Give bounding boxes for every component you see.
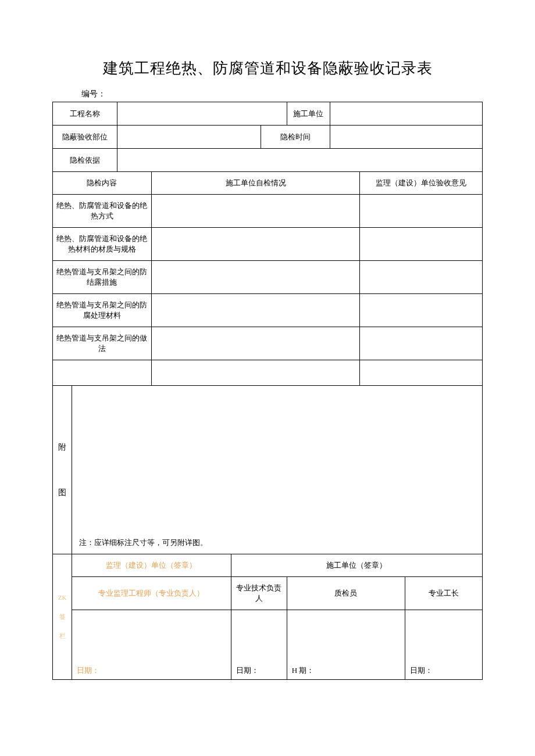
page-title: 建筑工程绝热、防腐管道和设备隐蔽验收记录表 bbox=[52, 58, 483, 78]
table-row: 绝热、防腐管道和设备的绝热方式 bbox=[53, 195, 483, 228]
item-opinion[interactable] bbox=[360, 228, 483, 261]
item-label: 绝热管道与支吊架之间的防结露措施 bbox=[53, 261, 152, 294]
row-signature-header-1: ZK 签 栏 监理（建设）单位（签章） 施工单位（签章） bbox=[53, 554, 483, 577]
hidden-check-basis-label: 隐检依据 bbox=[53, 149, 117, 172]
item-label: 绝热管道与支吊架之间的做法 bbox=[53, 327, 152, 360]
supervisor-opinion-header: 监理（建设）单位验收意见 bbox=[360, 172, 483, 195]
item-opinion[interactable] bbox=[360, 195, 483, 228]
hidden-check-time-label: 隐检时间 bbox=[261, 126, 330, 149]
table-row: 绝热管道与支吊架之间的防腐处理材料 bbox=[53, 294, 483, 327]
item-self-check[interactable] bbox=[151, 261, 359, 294]
table-row: 绝热管道与支吊架之间的防结露措施 bbox=[53, 261, 483, 294]
attachment-label-2: 图 bbox=[58, 488, 66, 497]
sign-side-top: ZK bbox=[58, 594, 67, 601]
supervisor-unit-seal-label: 监理（建设）单位（签章） bbox=[72, 554, 231, 577]
item-self-check[interactable] bbox=[151, 327, 359, 360]
serial-number-label: 编号： bbox=[81, 89, 483, 99]
attachment-label-1: 附 bbox=[58, 443, 66, 452]
attachment-side-label: 附 图 bbox=[53, 386, 72, 554]
signature-cell-quality[interactable]: H 期： bbox=[287, 610, 405, 680]
item-opinion[interactable] bbox=[360, 360, 483, 386]
row-section-header: 隐检内容 施工单位自检情况 监理（建设）单位验收意见 bbox=[53, 172, 483, 195]
row-hidden-accept-part: 隐蔽验收部位 隐检时间 bbox=[53, 126, 483, 149]
item-self-check[interactable] bbox=[151, 360, 359, 386]
hidden-accept-part-label: 隐蔽验收部位 bbox=[53, 126, 117, 149]
acceptance-record-table: 工程名称 施工单位 隐蔽验收部位 隐检时间 隐检依据 隐检内容 施工单位自检情况… bbox=[52, 102, 483, 680]
sign-side-1: 签 bbox=[59, 613, 66, 620]
table-row: 绝热管道与支吊架之间的做法 bbox=[53, 327, 483, 360]
hidden-check-basis-value[interactable] bbox=[117, 149, 482, 172]
date-label-3: H 期： bbox=[292, 666, 315, 675]
item-self-check[interactable] bbox=[151, 294, 359, 327]
check-content-header: 隐检内容 bbox=[53, 172, 152, 195]
attachment-area[interactable]: 注：应详细标注尺寸等，可另附详图。 bbox=[72, 386, 483, 554]
item-label bbox=[53, 360, 152, 386]
row-project-name: 工程名称 施工单位 bbox=[53, 102, 483, 126]
construction-unit-value[interactable] bbox=[330, 102, 482, 126]
date-label-1: 日期： bbox=[77, 666, 99, 675]
signature-cell-supervisor[interactable]: 日期： bbox=[72, 610, 231, 680]
signature-side-label: ZK 签 栏 bbox=[53, 554, 72, 680]
hidden-check-time-value[interactable] bbox=[330, 126, 482, 149]
project-name-value[interactable] bbox=[117, 102, 287, 126]
date-label-2: 日期： bbox=[236, 666, 259, 675]
row-hidden-check-basis: 隐检依据 bbox=[53, 149, 483, 172]
signature-cell-foreman[interactable]: 日期： bbox=[405, 610, 482, 680]
tech-lead-label: 专业技术负责人 bbox=[231, 577, 287, 610]
foreman-label: 专业工长 bbox=[405, 577, 482, 610]
hidden-accept-part-value[interactable] bbox=[117, 126, 261, 149]
item-label: 绝热、防腐管道和设备的绝热材料的材质与规格 bbox=[53, 228, 152, 261]
item-opinion[interactable] bbox=[360, 261, 483, 294]
self-check-header: 施工单位自检情况 bbox=[151, 172, 359, 195]
item-self-check[interactable] bbox=[151, 228, 359, 261]
item-opinion[interactable] bbox=[360, 294, 483, 327]
date-label-4: 日期： bbox=[410, 666, 433, 675]
sign-side-2: 栏 bbox=[59, 632, 66, 639]
row-signature-body: 日期： 日期： H 期： 日期： bbox=[53, 610, 483, 680]
project-name-label: 工程名称 bbox=[53, 102, 117, 126]
table-row-empty bbox=[53, 360, 483, 386]
construction-unit-seal-label: 施工单位（签章） bbox=[231, 554, 482, 577]
quality-inspector-label: 质检员 bbox=[287, 577, 405, 610]
signature-cell-tech-lead[interactable]: 日期： bbox=[231, 610, 287, 680]
item-label: 绝热管道与支吊架之间的防腐处理材料 bbox=[53, 294, 152, 327]
pro-supervisor-engineer-label: 专业监理工程师（专业负责人） bbox=[72, 577, 231, 610]
construction-unit-label: 施工单位 bbox=[287, 102, 330, 126]
table-row: 绝热、防腐管道和设备的绝热材料的材质与规格 bbox=[53, 228, 483, 261]
item-label: 绝热、防腐管道和设备的绝热方式 bbox=[53, 195, 152, 228]
attachment-note: 注：应详细标注尺寸等，可另附详图。 bbox=[79, 538, 208, 547]
item-self-check[interactable] bbox=[151, 195, 359, 228]
item-opinion[interactable] bbox=[360, 327, 483, 360]
row-signature-header-2: 专业监理工程师（专业负责人） 专业技术负责人 质检员 专业工长 bbox=[53, 577, 483, 610]
row-attachment: 附 图 注：应详细标注尺寸等，可另附详图。 bbox=[53, 386, 483, 554]
